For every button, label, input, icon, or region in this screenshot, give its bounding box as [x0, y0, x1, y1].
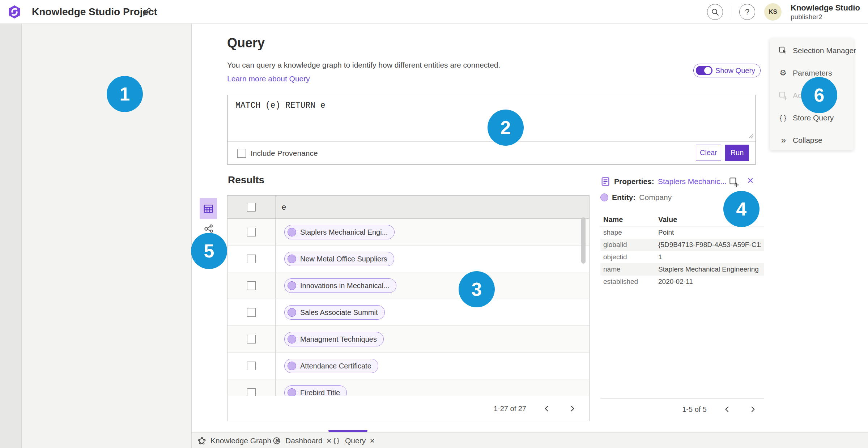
column-separator: [275, 246, 276, 272]
results-pagination: 1-27 of 27: [227, 396, 589, 421]
avatar-initials: KS: [769, 8, 777, 16]
braces-icon: { }: [332, 436, 341, 445]
page-next-icon[interactable]: [567, 404, 577, 413]
entity-pill-label: Attendance Certificate: [300, 362, 371, 370]
entity-pill[interactable]: Managment Techniques: [284, 332, 384, 346]
entity-value: Company: [639, 193, 672, 202]
project-title: Knowledge Studio Project: [32, 0, 157, 24]
annotation-badge-4: 4: [723, 191, 760, 227]
badge-number: 4: [736, 198, 747, 220]
add-icon: [778, 91, 788, 100]
entity-pill[interactable]: Firebird Title: [284, 385, 347, 396]
row-checkbox[interactable]: [247, 362, 256, 370]
property-row: name Staplers Mechanical Engineering: [600, 263, 764, 276]
badge-number: 1: [120, 83, 130, 105]
app-logo-icon[interactable]: [7, 5, 22, 19]
include-provenance-label: Include Provenance: [251, 149, 318, 158]
entity-dot-icon: [288, 255, 296, 263]
left-rail: [0, 24, 22, 448]
properties-page-count: 1-5 of 5: [682, 405, 707, 414]
table-row[interactable]: Innovations in Mechanical...: [227, 272, 589, 299]
property-value: 2020-02-11: [658, 278, 761, 286]
row-checkbox[interactable]: [247, 255, 256, 263]
annotation-badge-1: 1: [107, 76, 143, 112]
clear-button[interactable]: Clear: [696, 145, 721, 161]
properties-close-icon[interactable]: ×: [747, 174, 754, 187]
show-query-toggle[interactable]: Show Query: [693, 64, 761, 77]
row-checkbox[interactable]: [247, 281, 256, 290]
toggle-switch-on[interactable]: [696, 66, 712, 75]
run-button-label: Run: [731, 149, 744, 157]
entity-dot-icon: [288, 362, 296, 370]
table-row[interactable]: Sales Associate Summit: [227, 299, 589, 326]
badge-number: 5: [204, 240, 214, 262]
row-checkbox[interactable]: [247, 335, 256, 344]
vertical-scrollbar-thumb[interactable]: [581, 217, 586, 264]
entity-pill[interactable]: Attendance Certificate: [284, 359, 378, 373]
knowledge-studio-app: Knowledge Studio Project ? KS Knowledge …: [0, 0, 868, 448]
tab-close-icon[interactable]: ×: [327, 436, 332, 446]
entity-pill[interactable]: Sales Associate Summit: [284, 305, 385, 320]
table-row[interactable]: Attendance Certificate: [227, 353, 589, 379]
entity-pill[interactable]: Innovations in Mechanical...: [284, 278, 396, 293]
row-checkbox[interactable]: [247, 388, 256, 396]
query-contents-panel: [22, 24, 192, 448]
edit-title-icon[interactable]: [142, 7, 152, 17]
column-header-e: e: [282, 196, 286, 219]
properties-page-previous-icon[interactable]: [723, 405, 732, 414]
entity-dot-icon: [288, 228, 296, 236]
table-row[interactable]: New Metal Office Suppliers: [227, 246, 589, 272]
column-separator: [275, 219, 276, 245]
user-role: publisher2: [791, 13, 822, 21]
add-to-selection-icon[interactable]: [728, 176, 739, 187]
property-value: Point: [658, 229, 761, 236]
tab-query-active[interactable]: { } Query ×: [332, 433, 375, 448]
tab-dashboard[interactable]: Dashboard ×: [272, 433, 332, 448]
properties-header: Properties: Staplers Mechanic...: [600, 176, 727, 187]
entity-pill-label: Sales Associate Summit: [300, 308, 378, 317]
property-value: {5D9B4713-F98D-4A53-A59F-C11...: [658, 241, 761, 249]
parameters-label: Parameters: [793, 69, 832, 77]
entity-pill-label: Staplers Mechanical Engi...: [300, 228, 388, 236]
help-button[interactable]: ?: [739, 4, 755, 20]
toggle-knob: [704, 67, 711, 74]
include-provenance-checkbox[interactable]: [237, 149, 246, 158]
search-button[interactable]: [707, 4, 723, 20]
entity-dot-icon: [288, 335, 296, 344]
property-name: objectid: [603, 253, 627, 261]
learn-more-link[interactable]: Learn more about Query: [227, 74, 310, 83]
avatar[interactable]: KS: [764, 3, 782, 21]
page-previous-icon[interactable]: [542, 404, 552, 413]
table-view-button[interactable]: [200, 198, 217, 219]
properties-pagination: 1-5 of 5: [600, 401, 764, 418]
property-name: established: [603, 278, 638, 286]
entity-pill-label: New Metal Office Suppliers: [300, 255, 387, 263]
row-checkbox[interactable]: [247, 228, 256, 236]
properties-entity-link[interactable]: Staplers Mechanic...: [658, 177, 727, 186]
query-heading: Query: [227, 35, 265, 51]
topbar-divider: [730, 4, 730, 20]
entity-pill[interactable]: New Metal Office Suppliers: [284, 252, 394, 266]
tab-close-icon[interactable]: ×: [370, 436, 375, 446]
run-button[interactable]: Run: [725, 145, 749, 161]
entity-dot-icon: [288, 281, 296, 290]
properties-label: Properties:: [614, 177, 654, 186]
user-name: Knowledge Studio: [791, 3, 860, 13]
table-row[interactable]: Firebird Title: [227, 379, 589, 396]
select-all-checkbox[interactable]: [247, 203, 256, 212]
table-row[interactable]: Staplers Mechanical Engi...: [227, 219, 589, 246]
active-tab-indicator: [328, 430, 367, 432]
collapse-item[interactable]: » Collapse: [770, 129, 854, 152]
tab-knowledge-graph[interactable]: Knowledge Graph ×: [197, 433, 280, 448]
selection-manager-item[interactable]: Selection Manager: [770, 39, 854, 62]
col-name-header: Name: [603, 216, 623, 224]
query-description: You can query a knowledge graph to ident…: [227, 61, 500, 69]
table-row[interactable]: Managment Techniques: [227, 326, 589, 353]
properties-icon: [600, 176, 610, 187]
properties-page-next-icon[interactable]: [748, 405, 757, 414]
column-separator: [275, 379, 276, 396]
entity-pill[interactable]: Staplers Mechanical Engi...: [284, 225, 395, 239]
resize-grip-icon[interactable]: [747, 132, 754, 139]
row-checkbox[interactable]: [247, 308, 256, 317]
results-table-container: e Staplers Mechanical Engi... New Metal …: [227, 195, 590, 421]
